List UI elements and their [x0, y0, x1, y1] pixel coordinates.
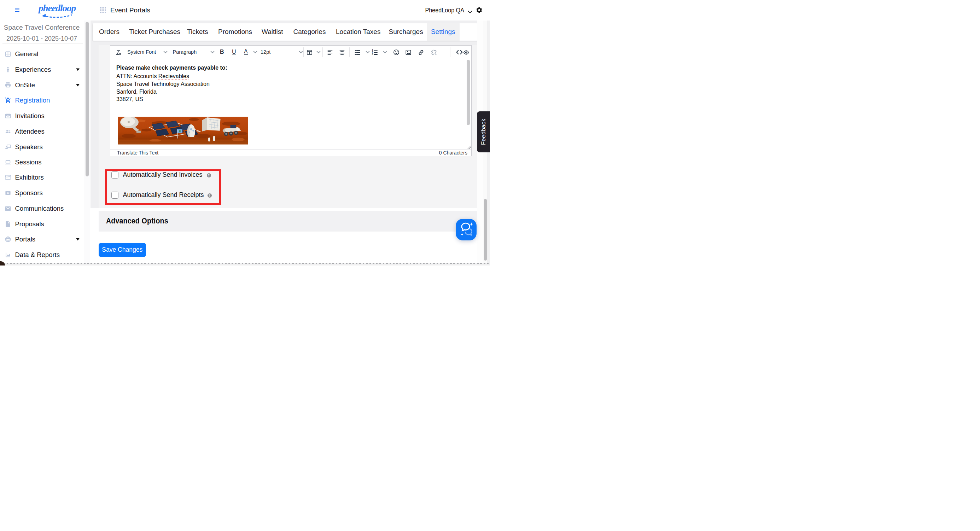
- svg-text:3: 3: [372, 53, 373, 56]
- svg-text:pheedloop: pheedloop: [38, 3, 76, 13]
